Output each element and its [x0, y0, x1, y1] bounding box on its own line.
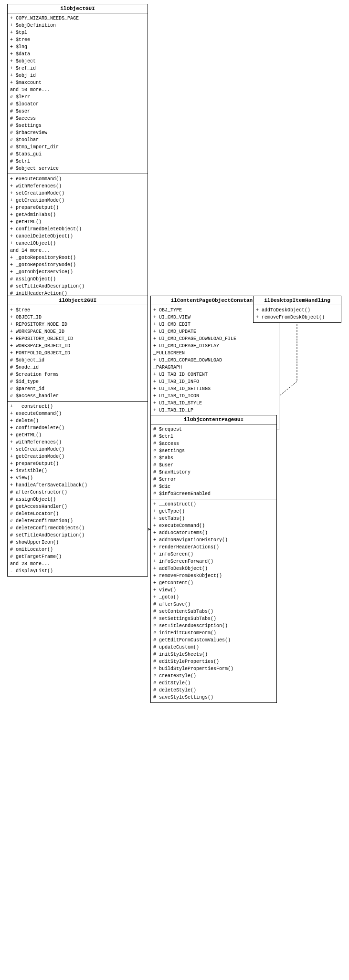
attr-item: + $objDefinition	[10, 22, 145, 29]
method-item: + handleAfterSaveCallback()	[10, 482, 145, 489]
ilObjectGUI-title: ilObjectGUI	[8, 4, 148, 13]
method-item: # editStyleProperties()	[153, 658, 274, 665]
method-item: # deleteLocator()	[10, 510, 145, 517]
attr-item: # $request	[153, 426, 274, 433]
method-item: # setSettingsSubTabs()	[153, 615, 274, 622]
attr-item: + $obj_id	[10, 72, 145, 79]
attr-item: # $tabs_gui	[10, 151, 145, 158]
attr-item: _PARAGRAPH	[153, 364, 276, 371]
method-item: + view()	[10, 475, 145, 482]
method-item: and 14 more...	[10, 247, 145, 254]
attr-item: + $tree	[10, 36, 145, 43]
attr-item: + REPOSITORY_OBJECT_ID	[10, 335, 145, 342]
ilContentPageObjectConstants-attributes: + OBJ_TYPE + UI_CMD_VIEW + UI_CMD_EDIT +…	[151, 305, 279, 430]
method-item: + getContent()	[153, 579, 274, 587]
attr-item: + WORKSPACE_NODE_ID	[10, 328, 145, 335]
method-item: + setCreationMode()	[10, 446, 145, 453]
attr-item: # $tabs	[153, 454, 274, 462]
ilObject2GUI-methods: + __construct() + executeCommand() + del…	[8, 402, 148, 576]
attr-item: and 10 more...	[10, 86, 145, 93]
method-item: # saveStyleSettings()	[153, 694, 274, 701]
attr-item: # $parent_id	[10, 385, 145, 392]
attr-item: # $access	[153, 440, 274, 447]
attr-item: + UI_CMD_COPAGE_DOWNLOAD	[153, 357, 276, 364]
attr-item: + $tree	[10, 307, 145, 314]
method-item: + setTabs()	[153, 515, 274, 522]
attr-item: # $ctrl	[153, 433, 274, 440]
ilObject2GUI-attributes: + $tree + OBJECT_ID + REPOSITORY_NODE_ID…	[8, 305, 148, 402]
attr-item: + $data	[10, 51, 145, 58]
method-item: # setContentSubTabs()	[153, 608, 274, 615]
attr-item: + UI_TAB_ID_SETTINGS	[153, 385, 276, 392]
attr-item: # $navHistory	[153, 469, 274, 476]
method-item: # setTitleAndDescription()	[153, 622, 274, 629]
method-item: + getHTML()	[10, 218, 145, 226]
attr-item: # $user	[153, 462, 274, 469]
ilObjContentPageGUI-attributes: # $request # $ctrl # $access # $settings…	[151, 424, 276, 499]
method-item: + removeFromDeskObject()	[153, 572, 274, 579]
method-item: + getCreationMode()	[10, 453, 145, 460]
method-item: + cancelObject()	[10, 240, 145, 247]
method-item: # deleteConfirmedObjects()	[10, 525, 145, 532]
method-item: + executeCommand()	[153, 522, 274, 529]
attr-item: # $user	[10, 108, 145, 115]
method-item: + executeCommand()	[10, 410, 145, 417]
method-item: + getType()	[153, 508, 274, 515]
method-item: # omitLocator()	[10, 546, 145, 553]
attr-item: + REPOSITORY_NODE_ID	[10, 321, 145, 328]
method-item: + __construct()	[10, 403, 145, 410]
method-item: + isVisible()	[10, 467, 145, 475]
attr-item: + UI_CMD_COPAGE_DOWNLOAD_FILE	[153, 335, 276, 342]
attr-item: _FULLSCREEN	[153, 350, 276, 357]
attr-item: # $ctrl	[10, 158, 145, 165]
method-item: # createStyle()	[153, 672, 274, 680]
method-item: + _gotoRepositoryRoot()	[10, 254, 145, 261]
ilDesktopItemHandling-box: ilDesktopItemHandling + addToDeskObject(…	[253, 296, 341, 323]
attr-item: + PORTFOLIO_OBJECT_ID	[10, 350, 145, 357]
method-item: # deleteConfirmation()	[10, 517, 145, 525]
method-item: + confirmedDeleteObject()	[10, 226, 145, 233]
attr-item: # $object_service	[10, 165, 145, 172]
method-item: + infoScreen()	[153, 551, 274, 558]
attr-item: # $toolbar	[10, 136, 145, 144]
method-item: + _gotoObjectService()	[10, 268, 145, 276]
attr-item: + WORKSPACE_OBJECT_ID	[10, 342, 145, 350]
attr-item: # $infoScreenEnabled	[153, 490, 274, 497]
method-item: + withReferences()	[10, 439, 145, 446]
attr-item: + $ref_id	[10, 65, 145, 72]
method-item: + removeFromDeskObject()	[256, 314, 338, 321]
method-item: # deleteStyle()	[153, 687, 274, 694]
ilDesktopItemHandling-title: ilDesktopItemHandling	[254, 296, 341, 305]
attr-item: + OBJECT_ID	[10, 314, 145, 321]
method-item: # getAccessHandler()	[10, 503, 145, 510]
ilObject2GUI-box: ilObject2GUI + $tree + OBJECT_ID + REPOS…	[7, 296, 148, 577]
method-item: + setCreationMode()	[10, 190, 145, 197]
ilObjectGUI-attributes: + COPY_WIZARD_NEEDS_PAGE + $objDefinitio…	[8, 13, 148, 174]
ilObjContentPageGUI-box: ilObjContentPageGUI # $request # $ctrl #…	[150, 415, 277, 703]
attr-item: + $tpl	[10, 29, 145, 36]
attr-item: # $settings	[153, 447, 274, 454]
attr-item: # $error	[153, 476, 274, 483]
attr-item: + $lng	[10, 43, 145, 51]
attr-item: + UI_TAB_ID_CONTENT	[153, 371, 276, 378]
method-item: + addToDeskObject()	[153, 565, 274, 572]
attr-item: # $access_handler	[10, 392, 145, 400]
attr-item: + COPY_WIZARD_NEEDS_PAGE	[10, 15, 145, 22]
method-item: + prepareOutput()	[10, 460, 145, 467]
method-item: - displayList()	[10, 567, 145, 575]
attr-item: + $object	[10, 58, 145, 65]
method-item: # setTitleAndDescription()	[10, 283, 145, 290]
attr-item: # $tmp_import_dir	[10, 144, 145, 151]
attr-item: # $dic	[153, 483, 274, 490]
attr-item: # $settings	[10, 122, 145, 129]
attr-item: # $access	[10, 115, 145, 122]
method-item: + withReferences()	[10, 183, 145, 190]
method-item: + delete()	[10, 417, 145, 424]
method-item: + getCreationMode()	[10, 197, 145, 204]
attr-item: + $maxcount	[10, 79, 145, 86]
method-item: + _gotoRepositoryNode()	[10, 261, 145, 268]
method-item: # getTargetFrame()	[10, 553, 145, 560]
attr-item: # $rbacreview	[10, 129, 145, 136]
attr-item: + UI_TAB_ID_ICON	[153, 392, 276, 400]
attr-item: # $locator	[10, 101, 145, 108]
